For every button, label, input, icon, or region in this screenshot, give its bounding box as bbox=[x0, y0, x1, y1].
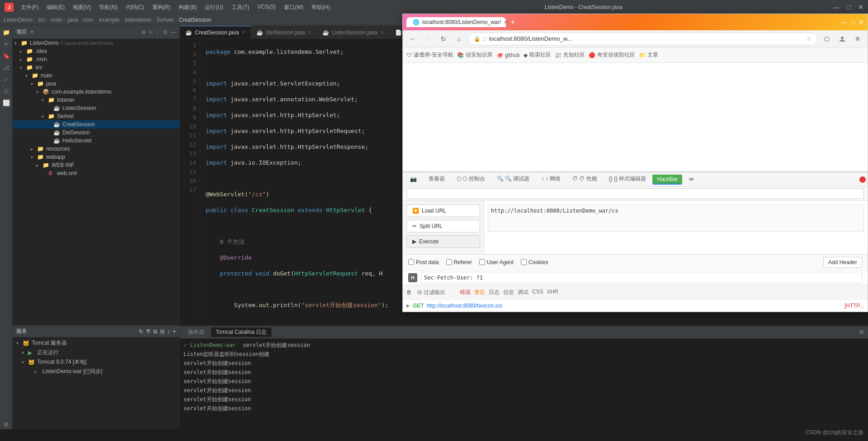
problems-icon[interactable]: ⚠ bbox=[1, 86, 11, 96]
tree-item-mvn[interactable]: ▸ 📁 .mvn bbox=[13, 55, 179, 63]
info-filter[interactable]: 信息 bbox=[503, 289, 514, 296]
tree-item-webapp[interactable]: ▾ 📁 webapp bbox=[13, 153, 179, 161]
tree-item-com-example[interactable]: ▾ 📦 com.example.listendemo bbox=[13, 88, 179, 96]
bookmark-star[interactable]: ☆ bbox=[807, 35, 812, 42]
referer-checkbox[interactable]: Referer bbox=[446, 259, 472, 266]
devtools-style-editor-tab[interactable]: {} {} 样式编辑器 bbox=[604, 173, 652, 185]
bookmark-articles[interactable]: 📁 文章 bbox=[639, 51, 658, 59]
breadcrumb-item[interactable]: main bbox=[51, 17, 62, 23]
browser-minimize[interactable]: — bbox=[841, 19, 848, 26]
back-button[interactable]: ← bbox=[406, 33, 419, 45]
breadcrumb-item-active[interactable]: CreatSession bbox=[179, 17, 211, 23]
tree-item-src[interactable]: ▾ 📁 src bbox=[13, 63, 179, 71]
tree-item-webinf[interactable]: ▸ 📁 WEB-INF bbox=[13, 161, 179, 169]
bookmark-qianxin[interactable]: 🔴 奇安信攻防社区 bbox=[589, 51, 635, 59]
sort-icon[interactable]: ↕ bbox=[167, 328, 170, 335]
refresh-icon[interactable]: ↻ bbox=[139, 328, 143, 335]
bookmark-xianzhishe[interactable]: 📰 先知社区 bbox=[555, 51, 585, 59]
split-url-button[interactable]: ✂ Split URL bbox=[406, 220, 480, 232]
browser-close[interactable]: ✕ bbox=[859, 19, 864, 26]
hackbar-search-input[interactable] bbox=[406, 188, 864, 199]
bookmark-github[interactable]: 🐙 github bbox=[496, 52, 520, 58]
breadcrumb-item[interactable]: ListenDemo bbox=[4, 17, 33, 23]
maximize-button[interactable]: □ bbox=[847, 4, 851, 11]
address-bar[interactable]: 🔒 □ localhost:8080/ListenDemo_w... ☆ bbox=[468, 33, 818, 45]
error-filter[interactable]: 错误 bbox=[460, 289, 471, 296]
menu-navigate[interactable]: 导航(N) bbox=[95, 3, 121, 12]
tree-item-creatsession[interactable]: ▸ ☕ CreatSession bbox=[13, 120, 179, 128]
breadcrumb-item[interactable]: Serlvet bbox=[156, 17, 173, 23]
browser-close-tab[interactable]: ✕ bbox=[504, 19, 508, 25]
devtools-network-tab[interactable]: ↕ ↕ 网络 bbox=[536, 173, 566, 185]
xhr-filter[interactable]: XHR bbox=[547, 289, 558, 296]
bookmark-pentester[interactable]: 🛡 渗透师-安全导航 bbox=[406, 51, 453, 59]
gear-icon[interactable]: ⚙ bbox=[163, 29, 168, 35]
menu-window[interactable]: 窗口(W) bbox=[280, 3, 307, 12]
tab-server[interactable]: 服务器 bbox=[184, 327, 209, 337]
git-icon[interactable]: ⎇ bbox=[1, 62, 11, 72]
forward-button[interactable]: → bbox=[422, 33, 434, 45]
listendemo-war[interactable]: ▸ ✓ ListenDemo:war [已同步] bbox=[13, 367, 179, 376]
user-agent-checkbox[interactable]: User Agent bbox=[479, 259, 514, 266]
log-filter[interactable]: 日志 bbox=[489, 289, 500, 296]
tomcat-server[interactable]: ▾ 🐱 Tomcat 服务器 bbox=[13, 338, 179, 348]
menu-vcs[interactable]: VCS(S) bbox=[254, 3, 279, 12]
breadcrumb-item[interactable]: com bbox=[83, 17, 94, 23]
options-icon[interactable]: ⋮ bbox=[155, 29, 160, 35]
breadcrumb-item[interactable]: java bbox=[68, 17, 78, 23]
tree-item-main[interactable]: ▾ 📁 main bbox=[13, 71, 179, 80]
new-tab-button[interactable]: + bbox=[509, 18, 517, 27]
breadcrumb-item[interactable]: listendemo bbox=[125, 17, 151, 23]
terminal-icon[interactable]: ⬜ bbox=[1, 98, 11, 108]
cookies-input[interactable] bbox=[521, 259, 527, 265]
breadcrumb-item[interactable]: src bbox=[38, 17, 45, 23]
bookmark-icon[interactable]: 🔖 bbox=[1, 51, 11, 61]
breadcrumb-item[interactable]: example bbox=[99, 17, 119, 23]
tree-item-webxml[interactable]: ▸ 🗎 web.xml bbox=[13, 169, 179, 177]
minimize-button[interactable]: — bbox=[834, 4, 840, 11]
devtools-performance-tab[interactable]: ⏱ ⏱ 性能 bbox=[567, 173, 603, 185]
collapse-icon[interactable]: ≡ bbox=[149, 29, 152, 35]
devtools-hackbar-tab[interactable]: HackBar bbox=[652, 175, 682, 185]
extensions-button[interactable]: ⬡ bbox=[821, 33, 833, 45]
devtools-more-tab[interactable]: ≫ bbox=[683, 174, 700, 185]
hackbar-header-input[interactable] bbox=[421, 272, 862, 284]
tree-item-listener[interactable]: ▾ 📁 listener bbox=[13, 96, 179, 104]
close-tab-icon[interactable]: ✕ bbox=[241, 30, 245, 35]
menu-code[interactable]: 代码(C) bbox=[122, 3, 148, 12]
settings-icon[interactable]: ⚙ bbox=[1, 419, 11, 429]
menu-build[interactable]: 构建(B) bbox=[175, 3, 200, 12]
group-icon[interactable]: ⧉ bbox=[153, 328, 157, 335]
tab-creatsession[interactable]: ☕ CreatSession.java ✕ bbox=[180, 26, 251, 38]
close-button[interactable]: ✕ bbox=[858, 4, 863, 11]
menu-refactor[interactable]: 重构(R) bbox=[149, 3, 175, 12]
referer-input[interactable] bbox=[446, 259, 452, 265]
bookmark-xinsec[interactable]: 📚 信安知识库 bbox=[457, 51, 493, 59]
home-button[interactable]: ⌂ bbox=[453, 33, 465, 45]
devtools-screenshot-tab[interactable]: 📷 bbox=[405, 174, 422, 185]
reload-button[interactable]: ↻ bbox=[437, 33, 450, 45]
post-data-checkbox[interactable]: Post data bbox=[408, 259, 439, 266]
tab-tomcat-log[interactable]: Tomcat Catalina 日志 bbox=[211, 327, 272, 337]
tree-item-delsession[interactable]: ▸ ☕ DelSession bbox=[13, 128, 179, 137]
firefox-menu-button[interactable]: ≡ bbox=[851, 33, 864, 45]
console-filter[interactable]: ⊟ 过滤输出 bbox=[417, 289, 445, 296]
debug-filter[interactable]: 调试 bbox=[518, 289, 528, 296]
menu-view[interactable]: 视图(V) bbox=[69, 3, 94, 12]
tree-item-serlvet[interactable]: ▾ 📁 Serlvet bbox=[13, 112, 179, 120]
tree-item-java[interactable]: ▾ 📁 java bbox=[13, 80, 179, 88]
tab-delsession[interactable]: ☕ DelSession.java ✕ bbox=[251, 26, 317, 38]
tomcat-instance[interactable]: ▾ 🐱 Tomcat 9.0.74 [本地] bbox=[13, 357, 179, 367]
css-filter[interactable]: CSS bbox=[532, 289, 543, 296]
tree-item-resources[interactable]: ▸ 📁 resources bbox=[13, 145, 179, 153]
tab-listensession[interactable]: ☕ ListenSession.java ✕ bbox=[317, 26, 389, 38]
tree-item-helloservlet[interactable]: ▸ ☕ HelloServlet bbox=[13, 137, 179, 145]
log-url[interactable]: http://localhost:8080/favicon.ico bbox=[427, 303, 502, 309]
structure-icon[interactable]: ≡ bbox=[1, 39, 11, 49]
tomcat-running[interactable]: ▾ ▶ 正在运行 bbox=[13, 348, 179, 357]
tree-item-root[interactable]: ▾ 📁 ListenDemo F:\java-test\ListenDemo bbox=[13, 39, 179, 47]
load-url-button[interactable]: 🔽 Load URL bbox=[406, 204, 480, 217]
close-bottom-icon[interactable]: ✕ bbox=[859, 328, 864, 337]
trash-icon[interactable]: 🗑 bbox=[406, 289, 412, 295]
expand-arrow[interactable]: ▶ bbox=[406, 303, 410, 308]
